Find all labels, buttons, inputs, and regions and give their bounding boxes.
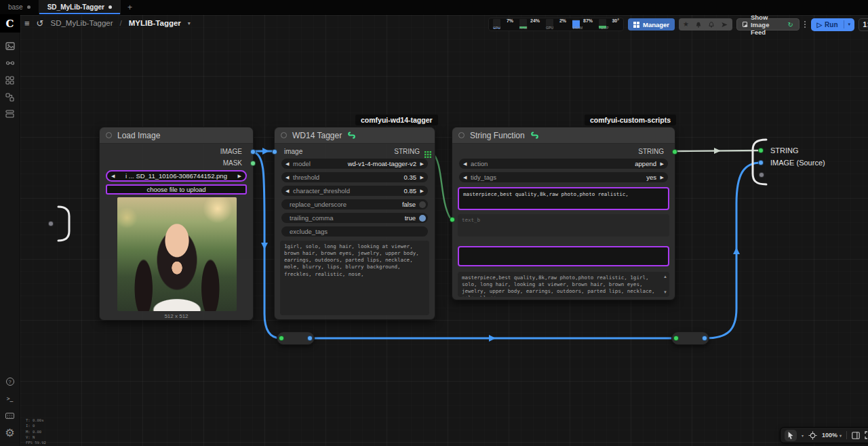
reroute2-output-port[interactable] xyxy=(702,336,707,341)
fullscreen-button[interactable] xyxy=(865,431,868,439)
chevron-down-icon[interactable]: ▾ xyxy=(188,20,191,26)
tab-base[interactable]: base xyxy=(0,0,39,14)
zoom-level-value: 100% xyxy=(822,432,837,439)
subgraph-output-empty-port[interactable] xyxy=(759,172,764,178)
comfyui-logo[interactable]: C xyxy=(0,15,20,33)
templates-icon[interactable] xyxy=(0,106,20,122)
toggle-on-icon[interactable] xyxy=(419,215,426,222)
node-load-image[interactable]: Load Image IMAGE MASK ◀ i ... SD_11_1010… xyxy=(99,127,254,321)
widget-exclude-tags[interactable]: exclude_tags xyxy=(281,226,428,237)
node-wd14-header[interactable]: WD14 Tagger xyxy=(275,127,435,144)
node-title: WD14 Tagger xyxy=(292,131,342,140)
collapse-dot[interactable] xyxy=(281,132,287,138)
reroute1-input-port[interactable] xyxy=(279,336,284,341)
batch-count-stepper[interactable]: 1 ▴ ▾ xyxy=(859,18,868,31)
tool-options-caret[interactable]: ▾ xyxy=(802,433,804,438)
badge-wd14-tagger: comfyui-wd14-tagger xyxy=(355,115,438,125)
combo-right-icon[interactable]: ▶ xyxy=(238,171,241,181)
text-b-textarea[interactable]: text_b xyxy=(458,214,669,237)
text-a-textarea[interactable]: masterpiece,best quality,8k,raw photo,ph… xyxy=(458,187,669,210)
combo-right-icon[interactable]: ▶ xyxy=(420,159,424,169)
combo-left-icon[interactable]: ◀ xyxy=(285,172,289,182)
output-port-string[interactable] xyxy=(672,149,677,155)
output-port-image[interactable] xyxy=(250,149,256,155)
node-library-icon[interactable] xyxy=(0,55,20,71)
reroute1-output-port[interactable] xyxy=(307,336,313,341)
breadcrumb: ≡ ↺ SD_MyLib-Tagger / MYLIB-Tagger ▾ xyxy=(24,16,191,30)
collapse-dot[interactable] xyxy=(106,132,112,138)
combo-left-icon[interactable]: ◀ xyxy=(463,172,467,182)
tags-output-textarea[interactable]: 1girl, solo, long hair, looking at viewe… xyxy=(280,241,429,315)
unsaved-dot-icon[interactable] xyxy=(108,5,112,9)
widget-character-threshold[interactable]: ◀ character_threshold 0.85 ▶ xyxy=(281,186,428,196)
reroute-node-1[interactable] xyxy=(277,331,315,345)
bell-icon[interactable] xyxy=(695,21,702,28)
star-icon[interactable]: ★ xyxy=(683,21,689,28)
bell-alt-icon[interactable] xyxy=(708,21,715,28)
undo-icon[interactable]: ↺ xyxy=(37,19,44,28)
show-image-feed-button[interactable]: Show Image Feed ↻ xyxy=(736,18,800,31)
reroute2-input-port[interactable] xyxy=(673,336,679,341)
keybinding-icon[interactable] xyxy=(0,407,20,424)
combo-right-icon[interactable]: ▶ xyxy=(420,172,424,182)
widget-value: true xyxy=(405,213,416,223)
breadcrumb-current[interactable]: MYLIB-Tagger xyxy=(129,19,181,27)
node-load-image-header[interactable]: Load Image xyxy=(100,127,253,144)
monitor-ram: 24% RAM xyxy=(519,18,540,29)
combo-right-icon[interactable]: ▶ xyxy=(420,186,424,196)
widget-tidy-tags[interactable]: ◀ tidy_tags yes ▶ xyxy=(459,172,668,182)
widget-replace-underscore[interactable]: replace_underscore false xyxy=(281,199,428,209)
text-c-textarea[interactable] xyxy=(458,246,669,266)
combo-left-icon[interactable]: ◀ xyxy=(285,159,289,169)
zoom-level-dropdown[interactable]: 100% ▾ xyxy=(822,432,842,439)
new-tab-button[interactable]: + xyxy=(121,0,139,14)
result-scrollbar[interactable]: ▲ ▼ xyxy=(663,275,667,294)
image-preview[interactable] xyxy=(117,197,237,311)
reroute-node-2[interactable] xyxy=(671,331,709,345)
image-file-combo[interactable]: ◀ i ... SD_11_10106-3086744152.png ▶ xyxy=(106,170,247,182)
workflows-icon[interactable] xyxy=(0,89,20,105)
subgraph-input-port[interactable] xyxy=(48,221,54,226)
select-tool-button[interactable] xyxy=(785,430,797,441)
toolbar-drag-handle[interactable] xyxy=(804,20,808,28)
scroll-down-icon[interactable]: ▼ xyxy=(663,290,667,294)
collapse-dot[interactable] xyxy=(458,132,465,138)
toggle-off-icon[interactable] xyxy=(419,201,426,208)
combo-right-icon[interactable]: ▶ xyxy=(660,172,664,182)
fit-view-button[interactable] xyxy=(808,431,817,440)
help-icon[interactable]: ? xyxy=(0,373,20,390)
tab-sd-mylib-tagger[interactable]: SD_MyLib-Tagger xyxy=(39,0,121,14)
combo-left-icon[interactable]: ◀ xyxy=(463,159,467,169)
quick-actions: ★ xyxy=(679,18,732,31)
queue-images-icon[interactable] xyxy=(0,38,20,54)
minimap-toggle-button[interactable] xyxy=(852,432,860,439)
node-string-function-header[interactable]: String Function xyxy=(452,127,675,144)
combo-right-icon[interactable]: ▶ xyxy=(660,159,664,169)
settings-gear-icon[interactable]: ⚙ xyxy=(0,424,20,441)
share-icon[interactable] xyxy=(721,21,728,28)
node-wd14-tagger[interactable]: WD14 Tagger image STRING ◀ model wd-v1-4… xyxy=(274,127,435,320)
result-textarea[interactable]: masterpiece,best quality,8k,raw photo,ph… xyxy=(458,272,669,297)
terminal-icon[interactable]: >_ xyxy=(0,390,20,407)
run-button[interactable]: ▷ Run xyxy=(811,21,843,28)
run-options-caret[interactable]: ▾ xyxy=(844,22,855,27)
input-port-text-b[interactable] xyxy=(450,217,455,222)
choose-file-button[interactable]: choose file to upload xyxy=(106,184,247,195)
manager-button[interactable]: Manager xyxy=(628,18,675,31)
breadcrumb-workflow[interactable]: SD_MyLib-Tagger xyxy=(51,19,113,27)
scroll-up-icon[interactable]: ▲ xyxy=(663,275,667,279)
output-port-mask[interactable] xyxy=(250,161,256,166)
widget-trailing-comma[interactable]: trailing_comma true xyxy=(281,213,428,223)
unsaved-dot-icon[interactable] xyxy=(27,5,31,9)
combo-left-icon[interactable]: ◀ xyxy=(285,186,289,196)
node-string-function[interactable]: String Function STRING ◀ action append ▶… xyxy=(452,127,675,300)
subgraph-output-image-port[interactable] xyxy=(758,160,764,165)
menu-icon[interactable]: ≡ xyxy=(24,19,30,28)
widget-action[interactable]: ◀ action append ▶ xyxy=(459,159,668,169)
subgraph-output-string-port[interactable] xyxy=(758,148,764,153)
widget-model[interactable]: ◀ model wd-v1-4-moat-tagger-v2 ▶ xyxy=(281,159,428,169)
widget-threshold[interactable]: ◀ threshold 0.35 ▶ xyxy=(281,172,428,182)
model-library-icon[interactable] xyxy=(0,72,20,88)
output-port-string-grid-icon[interactable] xyxy=(425,148,431,155)
input-port-image[interactable] xyxy=(272,149,277,155)
